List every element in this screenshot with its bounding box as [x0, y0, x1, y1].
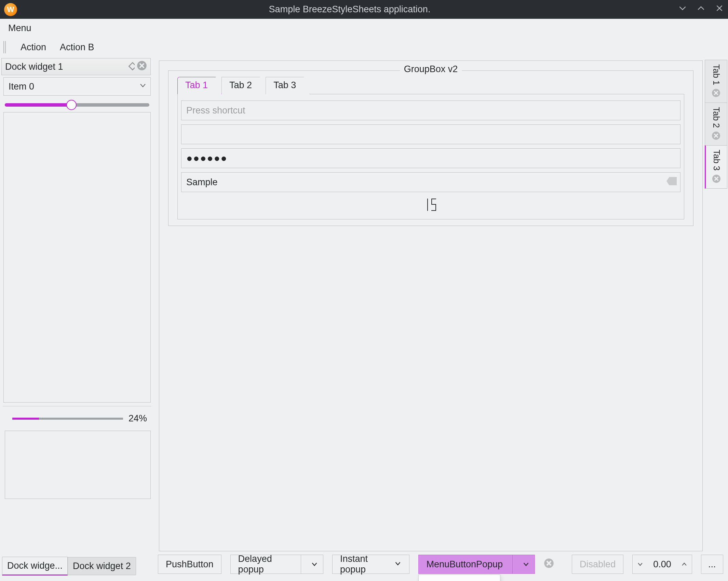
sample-input[interactable]: Sample: [181, 172, 680, 192]
toolbar-action-b[interactable]: Action B: [57, 41, 97, 54]
tab-3[interactable]: Tab 3: [266, 77, 310, 94]
slider[interactable]: [3, 100, 151, 108]
svg-rect-2: [129, 63, 135, 70]
toolbar-action-a[interactable]: Action: [18, 41, 49, 54]
tab-2[interactable]: Tab 2: [221, 77, 266, 94]
dock1-title: Dock widget 1: [5, 62, 63, 72]
chevron-down-icon: [394, 559, 402, 570]
spin-value: 0.00: [648, 559, 677, 570]
titlebar: W Sample BreezeStyleSheets application.: [0, 0, 728, 19]
item-combobox[interactable]: Item 0: [3, 77, 151, 96]
vtab-2[interactable]: Tab 2: [705, 103, 727, 146]
window-controls: [678, 4, 724, 15]
lcd-display: [181, 196, 680, 214]
progress-bar: 24%: [0, 406, 154, 427]
chevron-down-icon[interactable]: [517, 560, 535, 568]
dock-tab-1[interactable]: Dock widge...: [2, 557, 68, 576]
tab-1[interactable]: Tab 1: [177, 77, 222, 94]
toolbar-handle-icon[interactable]: [3, 41, 7, 53]
bottombar: Dock widge... Dock widget 2 PushButton D…: [0, 555, 728, 581]
dock-widget-1: Dock widget 1 Item 0: [0, 57, 154, 555]
shortcut-placeholder: Press shortcut: [186, 105, 245, 116]
dock-tab-2[interactable]: Dock widget 2: [68, 557, 136, 575]
popup-action[interactable]: Action: [419, 578, 500, 581]
vtab-3[interactable]: Tab 3: [705, 145, 727, 188]
sample-value: Sample: [186, 177, 218, 188]
pushbutton[interactable]: PushButton: [158, 555, 221, 574]
menu-menu[interactable]: Menu: [5, 21, 35, 36]
clear-icon[interactable]: [544, 558, 554, 571]
spin-up[interactable]: [677, 555, 692, 573]
window-title: Sample BreezeStyleSheets application.: [21, 4, 678, 15]
instant-popup-button[interactable]: Instant popup: [332, 555, 409, 574]
groupbox-title: GroupBox v2: [400, 64, 462, 75]
popup-menu: Action: [418, 575, 500, 581]
slider-thumb[interactable]: [66, 100, 77, 110]
app-icon: W: [4, 3, 17, 16]
vtab-close-icon[interactable]: [712, 89, 720, 100]
tab-panel: Press shortcut ●●●●●● Sample: [177, 94, 684, 219]
toolbar: Action Action B: [0, 37, 728, 57]
menu-button-popup[interactable]: MenuButtonPopup: [418, 555, 535, 574]
content-area: Dock widget 1 Item 0: [0, 57, 728, 555]
main-area: GroupBox v2 Tab 1 Tab 2 Tab 3 Press shor…: [154, 57, 728, 555]
ellipsis-button[interactable]: ...: [701, 555, 723, 574]
vtab-1[interactable]: Tab 1: [705, 60, 727, 103]
dock-float-icon[interactable]: [124, 60, 135, 73]
combo-value: Item 0: [9, 81, 34, 92]
bottom-buttons: PushButton Delayed popup Instant popup M…: [158, 555, 728, 574]
vtab-close-icon[interactable]: [712, 174, 721, 186]
disabled-button: Disabled: [572, 555, 623, 574]
shortcut-input[interactable]: Press shortcut: [181, 100, 680, 120]
maximize-icon[interactable]: [697, 4, 705, 15]
groupbox: GroupBox v2 Tab 1 Tab 2 Tab 3 Press shor…: [168, 70, 693, 226]
password-input[interactable]: ●●●●●●: [181, 148, 680, 168]
vertical-tabs: Tab 1 Tab 2 Tab 3: [705, 60, 727, 188]
dock1-header[interactable]: Dock widget 1: [1, 58, 151, 75]
vtab-close-icon[interactable]: [712, 131, 720, 143]
menubar: Menu: [0, 19, 728, 37]
text-input-empty[interactable]: [181, 124, 680, 144]
spinbox[interactable]: 0.00: [632, 555, 692, 574]
progress-label: 24%: [129, 413, 147, 424]
bottom-dock-tabs: Dock widge... Dock widget 2: [2, 557, 136, 576]
dock-close-icon[interactable]: [137, 60, 147, 73]
tabs: Tab 1 Tab 2 Tab 3: [177, 77, 693, 94]
chevron-down-icon[interactable]: [306, 560, 323, 568]
delayed-popup-button[interactable]: Delayed popup: [230, 555, 323, 574]
listbox[interactable]: [3, 112, 151, 403]
minimize-icon[interactable]: [678, 4, 687, 15]
close-icon[interactable]: [715, 4, 724, 15]
chevron-down-icon: [139, 81, 147, 92]
spin-down[interactable]: [633, 555, 648, 573]
backspace-icon[interactable]: [666, 176, 677, 188]
main-frame: GroupBox v2 Tab 1 Tab 2 Tab 3 Press shor…: [159, 60, 703, 551]
small-panel: [5, 431, 151, 499]
